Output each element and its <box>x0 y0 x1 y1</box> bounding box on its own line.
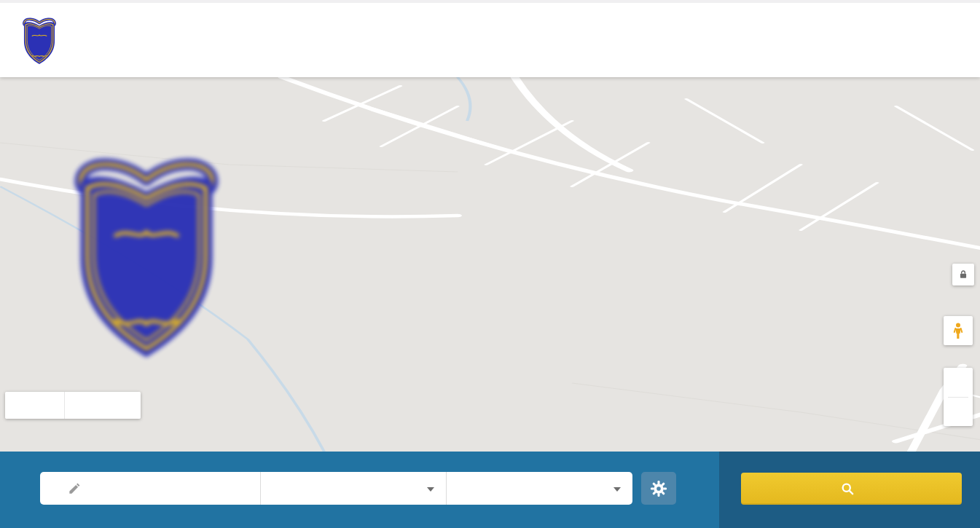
zoom-control <box>944 368 973 426</box>
map-type-map-button[interactable] <box>5 392 64 419</box>
header <box>0 0 980 77</box>
search-button[interactable] <box>741 473 962 505</box>
map-type-control <box>5 392 141 419</box>
pegman-button[interactable] <box>944 316 973 345</box>
lock-button[interactable] <box>952 264 974 285</box>
main-nav <box>895 3 960 80</box>
gear-icon <box>649 479 668 498</box>
keyword-input[interactable] <box>90 481 254 496</box>
page <box>0 0 980 528</box>
search-icon <box>840 481 855 497</box>
chevron-down-icon <box>614 487 621 492</box>
keyword-field <box>40 472 260 505</box>
chevron-down-icon <box>427 487 434 492</box>
lock-icon <box>958 269 968 280</box>
advanced-settings-button[interactable] <box>641 472 676 505</box>
map-type-satellite-button[interactable] <box>64 392 141 419</box>
marker-layer-top <box>0 77 980 452</box>
pencil-icon <box>68 481 82 495</box>
zoom-in-button[interactable] <box>944 368 973 397</box>
search-fields <box>40 472 632 505</box>
google-map[interactable] <box>0 77 980 452</box>
location-dropdown[interactable] <box>446 472 632 505</box>
category-dropdown[interactable] <box>260 472 447 505</box>
search-bar <box>0 452 980 528</box>
pegman-icon <box>949 322 967 339</box>
municipality-crest-logo <box>20 17 59 66</box>
zoom-out-button[interactable] <box>944 398 973 427</box>
